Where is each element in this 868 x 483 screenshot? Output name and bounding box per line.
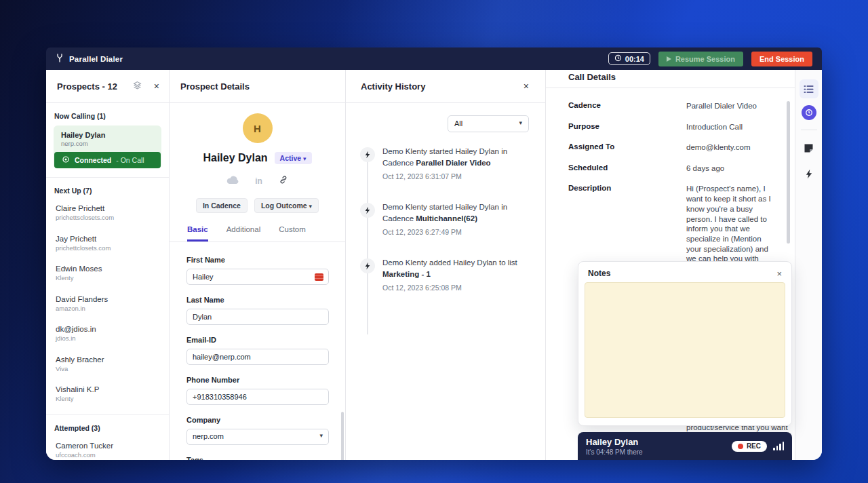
end-session-button[interactable]: End Session [751,52,812,66]
record-dot-icon [738,444,743,449]
activity-timeline: Demo Klenty started Hailey Dylan in Cade… [346,132,545,294]
session-timer: 00:14 [608,52,650,65]
active-call-bar[interactable]: Hailey Dylan It's 04:48 PM there REC [578,432,792,460]
attempted-list: Cameron Tucker ufccoach.com Manny Delgad… [46,438,169,461]
chevron-down-icon: ▾ [319,432,323,442]
checklist-icon[interactable] [800,79,818,98]
session-topbar: Parallel Dialer 00:14 Resume Session End… [46,47,822,70]
notes-textarea[interactable] [585,282,785,418]
status-badge[interactable]: Active ▾ [275,152,312,164]
history-clock-icon[interactable] [802,105,816,120]
prospect-details-panel: Prospect Details H Hailey Dylan Active ▾… [170,70,346,460]
resume-session-button[interactable]: Resume Session [658,52,743,66]
quick-actions-bolt-icon[interactable] [800,164,818,183]
assigned-to-value: demo@klenty.com [686,142,774,153]
next-up-list: Claire Prichett prichettsclosets.com Jay… [46,200,169,413]
parallel-dialer-window: Parallel Dialer 00:14 Resume Session End… [46,47,822,460]
link-icon[interactable] [279,175,288,187]
bolt-icon [360,203,375,218]
field-alert-icon [315,273,323,281]
tab-additional[interactable]: Additional [226,225,261,242]
notes-icon[interactable] [800,138,818,157]
last-name-label: Last Name [186,296,328,304]
list-item[interactable]: Edwin Moses Klenty [46,262,169,292]
list-item[interactable]: Claire Prichett prichettsclosets.com [46,201,169,232]
first-name-field[interactable] [186,269,329,285]
call-details-title: Call Details [546,70,795,88]
purpose-value: Introduction Call [686,122,774,132]
layers-icon[interactable] [133,80,142,92]
clock-icon [614,54,622,63]
activity-history-panel: Activity History × All ▾ Demo Klenty sta… [346,70,546,460]
signal-strength-icon [773,442,784,450]
right-icon-rail [795,70,822,460]
notes-panel: Notes × [578,261,792,426]
purpose-label: Purpose [568,122,686,132]
call-status: Connected [75,156,111,164]
list-item[interactable]: Jay Prichett prichettclosets.com [46,232,169,263]
company-select[interactable]: nerp.com ▾ [186,429,329,445]
activity-timestamp: Oct 12, 2023 6:25:08 PM [382,284,534,292]
close-prospects-icon[interactable]: × [154,81,159,91]
call-bar-local-time: It's 04:48 PM there [586,448,643,456]
bolt-icon [360,147,375,162]
list-item[interactable]: dk@jdios.in jdios.in [46,322,169,353]
timer-value: 00:14 [625,55,644,63]
call-bar-name: Hailey Dylan [586,437,643,447]
email-field[interactable] [186,349,329,365]
activity-filter-select[interactable]: All ▾ [448,115,529,132]
scheduled-label: Scheduled [568,163,686,174]
assigned-to-label: Assigned To [568,142,686,153]
current-prospect-domain: nerp.com [54,140,161,152]
in-cadence-badge: In Cadence [196,198,248,213]
rail-divider [801,130,817,130]
tags-label: Tags [186,456,328,460]
parallel-dialer-icon [56,53,64,65]
list-item[interactable]: David Flanders amazon.in [46,292,169,323]
tab-basic[interactable]: Basic [187,225,208,242]
now-calling-label: Now Calling (1) [54,112,161,120]
recording-badge: REC [732,441,767,452]
activity-entry: Demo Klenty started Hailey Dylan in Cade… [346,146,545,182]
chevron-down-icon: ▾ [519,119,522,128]
current-call-card[interactable]: Hailey Dylan nerp.com Connected - On Cal… [54,125,161,169]
app-title: Parallel Dialer [69,55,123,63]
avatar: H [243,113,273,143]
linkedin-icon[interactable]: in [255,176,262,186]
details-scrollbar[interactable] [341,412,344,460]
call-details-scrollbar[interactable] [787,101,790,244]
details-tabs: Basic Additional Custom [170,225,345,242]
list-item[interactable]: Cameron Tucker ufccoach.com [46,439,169,461]
cloud-icon[interactable] [226,175,239,187]
target-icon [62,155,70,165]
phone-field[interactable] [186,389,329,405]
company-label: Company [186,416,328,424]
bolt-icon [360,258,375,273]
close-activity-icon[interactable]: × [524,81,529,91]
call-status-bar: Connected - On Call [54,152,161,168]
activity-entry: Demo Klenty added Hailey Dylan to list M… [346,257,545,294]
close-notes-icon[interactable]: × [776,269,782,278]
prospect-name: Hailey Dylan [203,152,267,164]
prospect-form: First Name Last Name Email-ID Phone Numb… [170,242,345,460]
scheduled-value: 6 days ago [686,163,774,174]
main-content: Prospects - 12 × Now Calling (1) Hailey … [46,70,822,460]
chevron-down-icon: ▾ [309,203,313,210]
attempted-label: Attempted (3) [54,424,161,432]
call-status-note: - On Call [116,156,144,164]
list-item[interactable]: Vishalini K.P Klenty [46,383,169,413]
phone-label: Phone Number [186,376,328,384]
prospects-panel: Prospects - 12 × Now Calling (1) Hailey … [46,70,170,460]
log-outcome-button[interactable]: Log Outcome ▾ [254,198,319,213]
list-item[interactable]: Ashly Bracher Viva [46,353,169,383]
current-prospect-name: Hailey Dylan [54,125,161,140]
activity-timestamp: Oct 12, 2023 6:31:07 PM [382,172,534,180]
tab-custom[interactable]: Custom [279,225,306,242]
play-icon [667,56,671,62]
activity-timestamp: Oct 12, 2023 6:27:49 PM [382,228,534,236]
activity-entry: Demo Klenty started Hailey Dylan in Cade… [346,201,545,238]
prospect-details-title: Prospect Details [180,81,250,92]
cadence-label: Cadence [568,101,686,111]
notes-title: Notes [588,269,610,278]
last-name-field[interactable] [186,309,329,325]
